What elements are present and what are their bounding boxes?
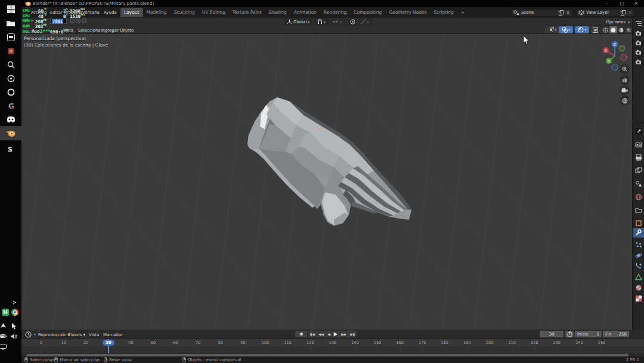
workspace-tab-geometry-nodes[interactable]: Geometry Nodes [385, 8, 430, 17]
snap-target-dropdown[interactable]: ▾ [330, 19, 346, 25]
jump-to-start-button[interactable]: ▮◀ [308, 332, 317, 336]
show-gizmo-dropdown[interactable]: ▾ [545, 26, 559, 33]
menu-archivo[interactable]: Archivo [31, 10, 47, 15]
ring-app-icon[interactable] [0, 85, 21, 99]
minimize-button[interactable]: – [600, 0, 613, 7]
shading-wireframe-button[interactable] [602, 27, 609, 33]
outliner-filter-icon[interactable] [635, 20, 642, 27]
menu-ventana[interactable]: Ventana [82, 10, 100, 15]
play-button[interactable]: ▶ [332, 331, 339, 337]
render-tab-icon[interactable] [635, 141, 642, 148]
close-button[interactable]: × [630, 0, 643, 7]
menu-ayuda[interactable]: Ayuda [104, 10, 117, 15]
viewport-menu-vista[interactable]: Vista [63, 28, 73, 33]
previous-keyframe-button[interactable]: ◀◀ [317, 332, 326, 336]
chrome-tray-icon[interactable] [11, 309, 19, 316]
frame-end-field[interactable]: Fin250 [603, 331, 629, 337]
auto-keyframe-button[interactable] [565, 331, 574, 337]
frame-start-field[interactable]: Inicio1 [575, 331, 602, 337]
play-reverse-button[interactable]: ◀ [326, 332, 332, 336]
collection-tab-icon[interactable] [635, 207, 642, 214]
record-button[interactable] [295, 331, 307, 337]
particles-tab-icon[interactable] [635, 241, 642, 248]
output-tab-icon[interactable] [635, 154, 642, 161]
geforce-app-icon[interactable]: G [0, 99, 21, 112]
workspace-tab-compositing[interactable]: Compositing [350, 8, 385, 17]
windows-start-icon[interactable] [0, 2, 21, 16]
network-display-tray-icon[interactable] [0, 340, 12, 353]
proportional-editing-toggle[interactable] [348, 19, 357, 25]
blender-icon[interactable] [0, 126, 21, 140]
camera-view-button[interactable] [620, 85, 630, 96]
viewport-menu-agregar[interactable]: Agregar [102, 28, 119, 33]
object-data-tab-icon[interactable] [635, 273, 642, 281]
object-tab-icon[interactable] [635, 220, 642, 227]
workspace-tab-sculpting[interactable]: Sculpting [171, 8, 199, 17]
tool-tab-icon[interactable] [635, 128, 642, 135]
new-scene-icon[interactable] [559, 10, 564, 16]
workspace-tab-layout[interactable]: Layout [120, 8, 143, 17]
current-frame-badge[interactable]: 30 [103, 340, 114, 346]
world-tab-icon[interactable] [635, 193, 642, 201]
camera-object-icon[interactable] [635, 30, 642, 38]
timeline-track[interactable] [21, 346, 644, 353]
workspace-tab-modeling[interactable]: Modeling [143, 8, 171, 17]
transform-orientation-dropdown[interactable]: Global ▾ [285, 19, 312, 25]
menu-procesar[interactable]: Procesar [64, 10, 82, 15]
timeline-menu-marcador[interactable]: Marcador [103, 333, 123, 337]
file-explorer-icon[interactable] [0, 17, 21, 30]
viewport-menu-objeto[interactable]: Objeto [120, 28, 134, 33]
next-keyframe-button[interactable]: ▶▶ [339, 332, 348, 336]
remove-view-layer-icon[interactable]: × [628, 10, 632, 16]
shading-material-button[interactable] [617, 27, 625, 33]
pan-view-button[interactable] [620, 75, 630, 85]
camera-object-icon[interactable] [635, 50, 642, 57]
toggle-projection-button[interactable] [620, 96, 630, 106]
timeline-menu-claves[interactable]: Claves ▾ [68, 333, 85, 337]
zoom-view-button[interactable] [620, 64, 630, 74]
photos-app-icon[interactable] [0, 44, 21, 57]
scene-selector[interactable]: Scene × [511, 9, 572, 17]
xray-toggle[interactable]: ▾ [575, 26, 589, 33]
workspace-tab-+[interactable]: + [457, 8, 468, 17]
workspace-tab-scripting[interactable]: Scripting [431, 8, 457, 17]
maximize-button[interactable]: □ [615, 0, 628, 7]
workspace-tab-texture-paint[interactable]: Texture Paint [229, 8, 265, 17]
timeline-menu-vista[interactable]: Vista [89, 333, 99, 337]
proportional-falloff-dropdown[interactable]: ▾ [358, 19, 373, 25]
material-tab-icon[interactable] [635, 284, 642, 291]
snap-toggle[interactable]: ▾ [315, 19, 329, 25]
physics-tab-icon[interactable] [635, 252, 642, 259]
workspace-tab-uv-editing[interactable]: UV Editing [199, 8, 229, 17]
show-overlays-toggle[interactable]: ▾ [559, 26, 573, 33]
modifiers-tab-icon[interactable] [635, 229, 642, 236]
new-view-layer-icon[interactable] [621, 10, 626, 16]
monitor-app-icon[interactable] [0, 30, 21, 44]
shadow-app-icon[interactable]: S [0, 142, 21, 155]
options-dropdown[interactable]: Opciones ▾ [606, 20, 630, 24]
search-icon[interactable] [0, 58, 21, 71]
workspace-tab-shading[interactable]: Shading [265, 8, 290, 17]
view-layer-tab-icon[interactable] [635, 167, 642, 174]
jump-to-end-button[interactable]: ▶▮ [348, 332, 357, 336]
viewport-menu-seleccionar[interactable]: Seleccionar [78, 28, 103, 33]
3d-viewport[interactable]: Personalizada (perspectiva) (30) Colecci… [21, 34, 632, 330]
toggle-xray-button[interactable] [591, 26, 599, 33]
unlink-scene-icon[interactable]: × [566, 10, 570, 16]
shading-solid-button[interactable] [609, 26, 617, 33]
current-frame-field[interactable]: 30 [540, 331, 564, 337]
timeline-editor-icon[interactable] [25, 331, 32, 338]
workspace-tab-animation[interactable]: Animation [290, 8, 320, 17]
view-layer-selector[interactable]: View Layer × [576, 9, 634, 17]
timeline-menu-reproducción[interactable]: Reproducción ▾ [38, 333, 70, 337]
shading-rendered-button[interactable] [625, 27, 633, 33]
menu-editar[interactable]: Editar [50, 10, 63, 15]
camera-object-icon[interactable] [635, 40, 642, 47]
camera-object-icon[interactable] [635, 59, 642, 66]
texture-tab-icon[interactable] [635, 295, 642, 302]
discord-icon[interactable] [0, 113, 21, 126]
workspace-tab-rendering[interactable]: Rendering [320, 8, 350, 17]
camera-app-icon[interactable] [0, 72, 21, 85]
hamachi-tray-icon[interactable]: H [2, 309, 9, 316]
collapse-panel-arrow[interactable]: ‹ [626, 54, 628, 60]
